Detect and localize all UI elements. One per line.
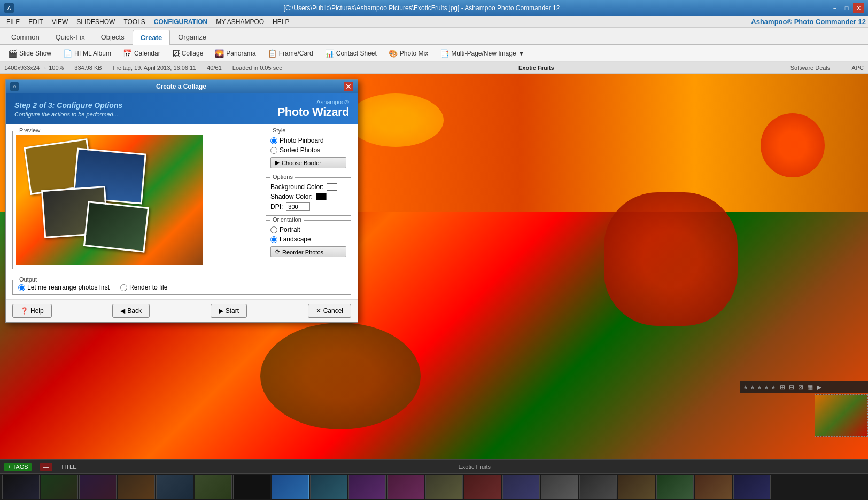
landscape-radio[interactable] <box>270 236 277 243</box>
filmstrip-thumb-9[interactable] <box>310 475 347 499</box>
help-button[interactable]: ❓ Help <box>12 304 52 318</box>
filmstrip-thumb-3[interactable] <box>79 475 117 499</box>
photo-mix-label: Photo Mix <box>400 50 428 57</box>
info-bar: 1400x933x24 → 100% 334.98 KB Freitag, 19… <box>0 62 868 74</box>
software-info: Software Deals <box>790 65 831 71</box>
create-collage-dialog: A Create a Collage ✕ Step 2 of 3: Config… <box>5 79 358 323</box>
menu-view[interactable]: VIEW <box>48 17 73 27</box>
title-bar: A [C:\Users\Public\Pictures\Ashampoo Pic… <box>0 0 868 16</box>
filmstrip-thumb-20[interactable] <box>733 475 771 499</box>
toolbar-calendar[interactable]: 📅 Calendar <box>118 47 165 60</box>
shadow-color-swatch[interactable] <box>316 193 327 200</box>
tab-create[interactable]: Create <box>133 30 170 45</box>
back-button[interactable]: ◀ Back <box>112 304 150 318</box>
help-icon: ❓ <box>20 307 28 315</box>
panorama-icon: 🌄 <box>215 49 224 58</box>
start-icon: ▶ <box>219 307 223 315</box>
close-button[interactable]: ✕ <box>853 3 864 13</box>
tab-bar: Common Quick-Fix Objects Create Organize <box>0 28 868 45</box>
sorted-photos-radio[interactable] <box>270 147 277 154</box>
filmstrip-thumb-1[interactable] <box>2 475 40 499</box>
menu-configuration[interactable]: CONFIGURATION <box>150 17 212 27</box>
filmstrip-thumb-12[interactable] <box>425 475 463 499</box>
filmstrip-thumb-19[interactable] <box>695 475 732 499</box>
main-area: ★ ★ ★ ★ ★ ⊞ ⊟ ⊠ ▦ ▶ A Create a Collage ✕… <box>0 74 868 469</box>
toolbar-collage[interactable]: 🖼 Collage <box>167 47 208 60</box>
photo-mix-icon: 🎨 <box>389 49 398 58</box>
maximize-button[interactable]: □ <box>841 3 852 13</box>
rearrange-option: Let me rearrange photos first <box>18 284 110 291</box>
filmstrip-thumb-7[interactable] <box>233 475 270 499</box>
portrait-label: Portrait <box>280 226 300 233</box>
calendar-label: Calendar <box>134 50 160 57</box>
html-album-label: HTML Album <box>74 50 111 57</box>
filesize-info: 334.98 KB <box>74 65 102 71</box>
filmstrip-thumb-2[interactable] <box>41 475 78 499</box>
dialog-icon: A <box>10 82 19 91</box>
menu-bar: FILE EDIT VIEW SLIDESHOW TOOLS CONFIGURA… <box>0 16 868 28</box>
filmstrip-thumb-17[interactable] <box>618 475 655 499</box>
choose-border-button[interactable]: ▶ Choose Border <box>270 157 346 168</box>
render-radio[interactable] <box>120 284 127 291</box>
contact-sheet-label: Contact Sheet <box>336 50 377 57</box>
collage-label: Collage <box>182 50 204 57</box>
brand-main: Photo Wizard <box>277 105 349 119</box>
toolbar-panorama[interactable]: 🌄 Panorama <box>210 47 260 60</box>
tab-organize[interactable]: Organize <box>170 29 214 44</box>
filmstrip-thumb-5[interactable] <box>156 475 193 499</box>
start-button[interactable]: ▶ Start <box>211 304 247 318</box>
toolbar-html-album[interactable]: 📄 HTML Album <box>58 47 116 60</box>
reorder-photos-button[interactable]: ⟳ Reorder Photos <box>270 246 346 257</box>
minimize-button[interactable]: − <box>830 3 840 13</box>
contact-sheet-icon: 📊 <box>325 49 334 58</box>
output-options-row: Let me rearrange photos first Render to … <box>18 284 345 291</box>
menu-edit[interactable]: EDIT <box>24 17 47 27</box>
reorder-label: Reorder Photos <box>282 249 323 255</box>
photo-pinboard-radio[interactable] <box>270 137 277 144</box>
filmstrip-thumb-6[interactable] <box>195 475 232 499</box>
filmstrip-thumb-10[interactable] <box>348 475 386 499</box>
tab-quick-fix[interactable]: Quick-Fix <box>48 29 93 44</box>
filmstrip-thumb-4[interactable] <box>118 475 155 499</box>
options-label: Options <box>270 174 295 180</box>
toolbar-multipage[interactable]: 📑 Multi-Page/New Image ▼ <box>435 47 529 60</box>
shadow-color-label: Shadow Color: <box>270 193 313 200</box>
orientation-fieldset: Orientation Portrait Landscape ⟳ Reorder… <box>266 220 351 262</box>
menu-tools[interactable]: TOOLS <box>119 17 149 27</box>
reorder-icon: ⟳ <box>275 248 280 255</box>
bg-color-swatch[interactable] <box>327 183 337 191</box>
filmstrip-thumb-15[interactable] <box>541 475 578 499</box>
wizard-header: Step 2 of 3: Configure Options Configure… <box>6 93 358 124</box>
render-option: Render to file <box>120 284 167 291</box>
toolbar-frame-card[interactable]: 📋 Frame/Card <box>263 47 318 60</box>
rearrange-radio[interactable] <box>18 284 25 291</box>
back-icon: ◀ <box>120 307 125 315</box>
menu-my-ashampoo[interactable]: MY ASHAMPOO <box>212 17 268 27</box>
menu-help[interactable]: HELP <box>268 17 293 27</box>
tab-objects[interactable]: Objects <box>93 29 133 44</box>
load-time-info: Loaded in 0.05 sec <box>232 65 282 71</box>
menu-slideshow[interactable]: SLIDESHOW <box>72 17 119 27</box>
style-fieldset: Style Photo Pinboard Sorted Photos ▶ Cho… <box>266 131 351 173</box>
filmstrip-thumb-11[interactable] <box>387 475 424 499</box>
dialog-close-button[interactable]: ✕ <box>344 82 353 91</box>
toolbar-slideshow[interactable]: 🎬 Slide Show <box>3 47 56 60</box>
bg-color-label: Background Color: <box>270 183 323 191</box>
menu-file[interactable]: FILE <box>2 17 24 27</box>
filmstrip-thumb-14[interactable] <box>502 475 540 499</box>
cancel-button[interactable]: ✕ Cancel <box>308 304 351 318</box>
tab-common[interactable]: Common <box>3 29 48 44</box>
toolbar-photo-mix[interactable]: 🎨 Photo Mix <box>384 47 433 60</box>
photo-title: Exotic Fruits <box>293 65 780 71</box>
html-album-icon: 📄 <box>63 49 72 58</box>
help-label: Help <box>30 307 44 315</box>
toolbar-contact-sheet[interactable]: 📊 Contact Sheet <box>320 47 382 60</box>
filmstrip-thumb-16[interactable] <box>579 475 617 499</box>
filmstrip-thumb-8[interactable] <box>272 475 309 499</box>
dpi-input[interactable] <box>286 202 310 211</box>
portrait-radio[interactable] <box>270 226 277 233</box>
preview-panel: Preview <box>12 131 259 269</box>
filmstrip-thumb-13[interactable] <box>464 475 501 499</box>
options-panel: Style Photo Pinboard Sorted Photos ▶ Cho… <box>266 131 351 269</box>
filmstrip-thumb-18[interactable] <box>656 475 694 499</box>
